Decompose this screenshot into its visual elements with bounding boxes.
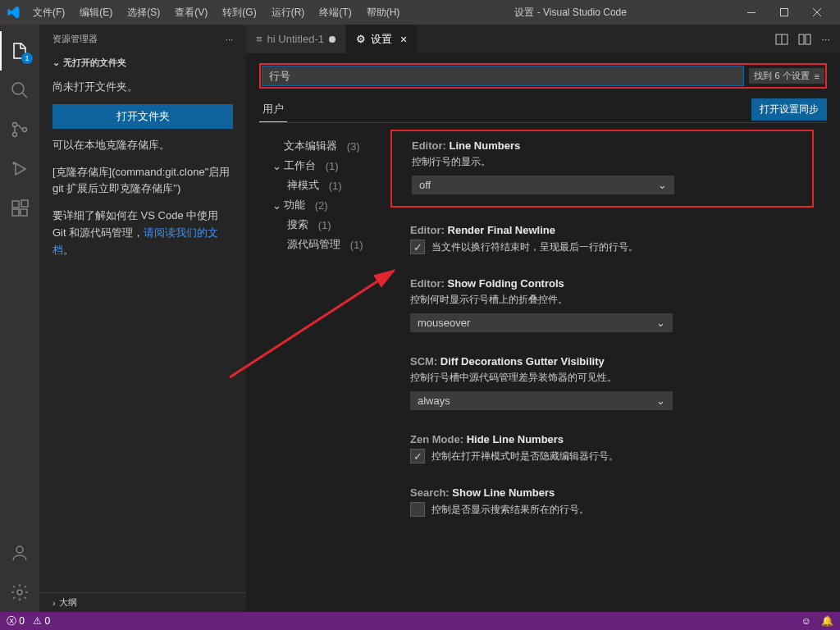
open-settings-sync-button[interactable]: 打开设置同步 — [751, 98, 827, 121]
toc-zen[interactable]: 禅模式 (1) — [272, 176, 387, 195]
settings-search-status: 找到 6 个设置 ≡ — [749, 68, 824, 84]
svg-rect-9 — [21, 209, 27, 216]
settings-icon: ⚙ — [356, 33, 366, 45]
setting-description: 控制行号的显示。 — [412, 155, 799, 169]
tab-untitled[interactable]: ≡ hi Untitled-1 — [246, 25, 346, 53]
svg-point-12 — [17, 590, 22, 595]
svg-rect-1 — [781, 9, 788, 16]
svg-rect-8 — [12, 209, 19, 216]
toc-features[interactable]: ⌄功能 (2) — [272, 195, 387, 215]
svg-rect-15 — [806, 34, 810, 44]
setting-editor-render-final-newline: Editor: Render Final Newline ✓ 当文件以换行符结束… — [390, 224, 814, 254]
titlebar: 文件(F) 编辑(E) 选择(S) 查看(V) 转到(G) 运行(R) 终端(T… — [0, 0, 840, 25]
toc-scm[interactable]: 源代码管理 (1) — [272, 235, 387, 254]
status-errors[interactable]: ⓧ 0 — [7, 614, 25, 628]
sidebar-text-no-folder: 尚未打开文件夹。 — [52, 79, 233, 96]
activity-settings[interactable] — [0, 573, 39, 612]
setting-editor-show-folding-controls: Editor: Show Folding Controls 控制何时显示行号槽上… — [390, 277, 814, 332]
menu-help[interactable]: 帮助(H) — [360, 2, 407, 23]
setting-description: 控制是否显示搜索结果所在的行号。 — [431, 503, 589, 517]
toc-workbench[interactable]: ⌄工作台 (1) — [272, 156, 387, 176]
setting-description: 控制何时显示行号槽上的折叠控件。 — [410, 293, 814, 307]
menu-view[interactable]: 查看(V) — [168, 2, 214, 23]
clear-search-icon[interactable]: ≡ — [815, 71, 819, 81]
more-actions-icon[interactable]: ··· — [821, 33, 830, 45]
split-editor-icon[interactable] — [798, 33, 811, 46]
chevron-down-icon: ⌄ — [52, 57, 60, 68]
sidebar-title: 资源管理器 — [52, 33, 98, 45]
editor-tabs: ≡ hi Untitled-1 ⚙ 设置 × ··· — [246, 25, 840, 53]
editor-area: ≡ hi Untitled-1 ⚙ 设置 × ··· 找到 6 个设置 ≡ — [246, 25, 840, 612]
activity-search[interactable] — [0, 71, 39, 110]
setting-description: 控制行号槽中源代码管理差异装饰器的可见性。 — [410, 371, 814, 385]
svg-point-6 — [13, 162, 15, 164]
menu-go[interactable]: 转到(G) — [216, 2, 262, 23]
svg-rect-14 — [799, 34, 804, 44]
svg-point-2 — [12, 83, 24, 94]
vscode-logo-icon — [7, 6, 20, 19]
explorer-badge: 1 — [21, 52, 33, 64]
setting-search-show-line-numbers: Search: Show Line Numbers 控制是否显示搜索结果所在的行… — [390, 486, 814, 517]
close-tab-icon[interactable]: × — [400, 33, 407, 46]
menu-run[interactable]: 运行(R) — [265, 2, 312, 23]
sidebar-text-clone: 可以在本地克隆存储库。 — [52, 137, 233, 154]
sidebar-section-no-folder[interactable]: ⌄ 无打开的文件夹 — [39, 53, 246, 72]
setting-zen-hide-line-numbers: Zen Mode: Hide Line Numbers ✓ 控制在打开禅模式时是… — [390, 433, 814, 463]
open-to-side-icon[interactable] — [775, 33, 788, 46]
menu-terminal[interactable]: 终端(T) — [313, 2, 358, 23]
activity-extensions[interactable] — [0, 189, 39, 228]
minimize-button[interactable] — [735, 0, 768, 25]
settings-toc: 文本编辑器 (3) ⌄工作台 (1) 禅模式 (1) ⌄功能 (2) 搜索 (1… — [259, 130, 390, 612]
setting-select-scm-gutter[interactable]: always⌄ — [410, 391, 673, 410]
status-feedback-icon[interactable]: ☺ — [801, 615, 811, 627]
toc-text-editor[interactable]: 文本编辑器 (3) — [272, 136, 387, 156]
activitybar: 1 — [0, 25, 39, 612]
status-warnings[interactable]: ⚠ 0 — [33, 615, 50, 627]
setting-select-folding[interactable]: mouseover⌄ — [410, 313, 673, 332]
activity-debug[interactable] — [0, 149, 39, 189]
menu-edit[interactable]: 编辑(E) — [73, 2, 119, 23]
open-folder-button[interactable]: 打开文件夹 — [52, 104, 233, 129]
settings-scope-user[interactable]: 用户 — [259, 97, 287, 122]
window-title: 设置 - Visual Studio Code — [406, 6, 735, 20]
toc-search[interactable]: 搜索 (1) — [272, 215, 387, 235]
chevron-down-icon: ⌄ — [658, 179, 667, 191]
close-button[interactable] — [801, 0, 833, 25]
sidebar-outline[interactable]: › 大纲 — [39, 592, 246, 612]
maximize-button[interactable] — [768, 0, 801, 25]
chevron-down-icon: ⌄ — [656, 395, 665, 407]
settings-list[interactable]: Editor: Line Numbers 控制行号的显示。 off⌄ Edito… — [390, 130, 827, 612]
checkbox-search-show[interactable] — [410, 502, 425, 517]
tab-label: hi Untitled-1 — [267, 33, 324, 45]
checkbox-render-final-newline[interactable]: ✓ — [410, 240, 425, 254]
svg-rect-0 — [747, 12, 756, 13]
status-bell-icon[interactable]: 🔔 — [821, 615, 833, 627]
activity-explorer[interactable]: 1 — [0, 31, 39, 71]
sidebar-more-icon[interactable]: ··· — [226, 34, 233, 44]
settings-search-input[interactable] — [262, 66, 744, 86]
checkbox-zen-hide[interactable]: ✓ — [410, 449, 425, 463]
setting-scm-diff-gutter: SCM: Diff Decorations Gutter Visibility … — [390, 355, 814, 410]
svg-rect-10 — [21, 200, 28, 207]
sidebar-text-clone-cmd: [克隆存储库](command:git.clone"启用 git 扩展后立即克隆… — [52, 164, 233, 199]
activity-account[interactable] — [0, 533, 39, 573]
tab-label: 设置 — [371, 32, 392, 47]
activity-scm[interactable] — [0, 110, 39, 149]
menu-file[interactable]: 文件(F) — [26, 2, 71, 23]
file-icon: ≡ — [256, 33, 262, 45]
setting-description: 当文件以换行符结束时，呈现最后一行的行号。 — [431, 240, 638, 254]
setting-select-line-numbers[interactable]: off⌄ — [412, 176, 674, 194]
svg-point-4 — [13, 133, 17, 137]
chevron-down-icon: ⌄ — [656, 317, 665, 329]
settings-page: 找到 6 个设置 ≡ 用户 打开设置同步 文本编辑器 (3) ⌄工作台 (1) … — [246, 53, 840, 612]
statusbar: ⓧ 0 ⚠ 0 ☺ 🔔 — [0, 612, 840, 630]
tab-settings[interactable]: ⚙ 设置 × — [346, 25, 418, 53]
setting-editor-line-numbers: Editor: Line Numbers 控制行号的显示。 off⌄ — [390, 130, 814, 208]
svg-rect-7 — [12, 201, 19, 208]
menubar: 文件(F) 编辑(E) 选择(S) 查看(V) 转到(G) 运行(R) 终端(T… — [26, 2, 406, 23]
chevron-right-icon: › — [52, 598, 56, 608]
sidebar: 资源管理器 ··· ⌄ 无打开的文件夹 尚未打开文件夹。 打开文件夹 可以在本地… — [39, 25, 246, 612]
menu-selection[interactable]: 选择(S) — [121, 2, 167, 23]
settings-search-highlight: 找到 6 个设置 ≡ — [259, 63, 827, 89]
setting-description: 控制在打开禅模式时是否隐藏编辑器行号。 — [431, 450, 619, 463]
